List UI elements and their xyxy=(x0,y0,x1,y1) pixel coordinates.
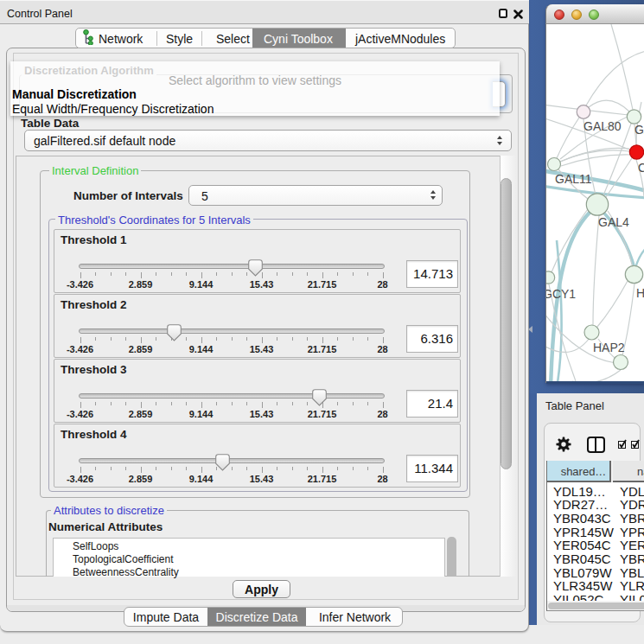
svg-text:H: H xyxy=(636,286,644,300)
svg-text:GAL80: GAL80 xyxy=(583,119,622,133)
svg-text:HAP2: HAP2 xyxy=(593,341,625,354)
svg-text:GCY1: GCY1 xyxy=(546,287,576,301)
svg-text:C: C xyxy=(638,161,644,175)
svg-text:GAL4: GAL4 xyxy=(598,215,629,229)
svg-text:GAL11: GAL11 xyxy=(555,172,592,186)
svg-text:GA: GA xyxy=(634,123,644,137)
